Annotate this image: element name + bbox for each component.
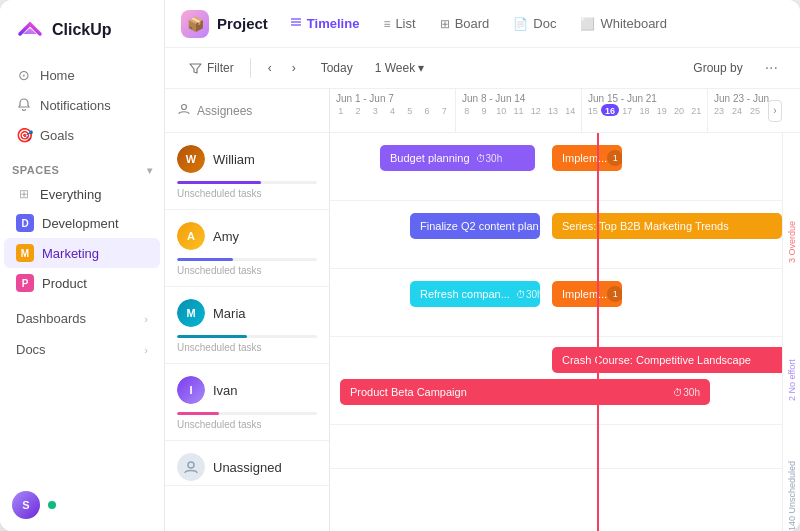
- maria-name: Maria: [213, 306, 246, 321]
- spaces-section-header: Spaces ▾: [0, 154, 164, 180]
- day-6: 6: [418, 104, 435, 116]
- next-arrow[interactable]: ›: [283, 57, 305, 79]
- bar-implement-maria[interactable]: Implem... 1: [552, 281, 622, 307]
- william-progress-container: [177, 181, 317, 184]
- gantt-timeline-header: Jun 1 - Jun 7 1 2 3 4 5 6 7: [330, 89, 800, 133]
- bar-refresh-company[interactable]: Refresh compan... ⏱30h: [410, 281, 540, 307]
- day-24: 24: [728, 104, 746, 116]
- gantt-row-ivan: Crash Course: Competitive Landscape Prod…: [330, 337, 800, 425]
- bar-implement-maria-label: Implem...: [562, 288, 607, 300]
- ivan-progress-bar: [177, 412, 219, 415]
- sidebar-item-dashboards[interactable]: Dashboards ›: [8, 304, 156, 333]
- bar-budget-planning[interactable]: Budget planning ⏱30h: [380, 145, 535, 171]
- sidebar-item-goals-label: Goals: [40, 128, 74, 143]
- toolbar-divider-1: [250, 58, 251, 78]
- project-icon: 📦: [181, 10, 209, 38]
- tab-list[interactable]: ≡ List: [373, 10, 425, 37]
- tab-board[interactable]: ⊞ Board: [430, 10, 500, 37]
- sidebar-item-notifications[interactable]: Notifications: [8, 90, 156, 120]
- dashboards-label: Dashboards: [16, 311, 86, 326]
- assignee-row-amy: A Amy Unscheduled tasks: [165, 210, 329, 287]
- amy-name: Amy: [213, 229, 239, 244]
- day-18: 18: [636, 104, 653, 116]
- assignee-row-maria: M Maria Unscheduled tasks: [165, 287, 329, 364]
- tab-board-label: Board: [455, 16, 490, 31]
- development-dot: D: [16, 214, 34, 232]
- day-19: 19: [653, 104, 670, 116]
- sidebar-item-goals[interactable]: 🎯 Goals: [8, 120, 156, 150]
- week1-label: Jun 1 - Jun 7: [330, 89, 455, 104]
- sidebar-item-docs[interactable]: Docs ›: [8, 335, 156, 364]
- bar-series-b2b-label: Series: Top B2B Marketing Trends: [562, 220, 729, 232]
- maria-unscheduled: Unscheduled tasks: [165, 340, 329, 363]
- ivan-progress-container: [177, 412, 317, 415]
- grid-icon: ⊞: [16, 186, 32, 202]
- day-25: 25: [746, 104, 764, 116]
- product-dot: P: [16, 274, 34, 292]
- maria-progress-bar: [177, 335, 247, 338]
- maria-progress-container: [177, 335, 317, 338]
- gantt-row-unassigned: [330, 425, 800, 469]
- app-container: ClickUp ⊙ Home Notifications 🎯 Goals: [0, 0, 800, 531]
- gantt-row-william: Budget planning ⏱30h Implem... 1: [330, 133, 800, 201]
- bar-product-beta-time: ⏱30h: [673, 387, 700, 398]
- gantt-scroll-right[interactable]: ›: [768, 100, 782, 122]
- bar-refresh-company-time: ⏱30h: [516, 289, 540, 300]
- bar-crash-course[interactable]: Crash Course: Competitive Landscape: [552, 347, 800, 373]
- bar-series-b2b[interactable]: Series: Top B2B Marketing Trends: [552, 213, 782, 239]
- more-options-button[interactable]: ···: [759, 56, 784, 80]
- day-17: 17: [619, 104, 636, 116]
- gantt-left-header: Assignees: [165, 89, 329, 133]
- filter-button[interactable]: Filter: [181, 57, 242, 79]
- william-avatar: W: [177, 145, 205, 173]
- amy-progress-container: [177, 258, 317, 261]
- group-by-button[interactable]: Group by: [685, 58, 750, 78]
- day-10: 10: [493, 104, 510, 116]
- gantt-rows-scroll[interactable]: Budget planning ⏱30h Implem... 1: [330, 133, 800, 531]
- day-13: 13: [544, 104, 561, 116]
- sidebar-item-development[interactable]: D Development: [4, 208, 160, 238]
- today-button[interactable]: Today: [313, 58, 361, 78]
- prev-arrow[interactable]: ‹: [259, 57, 281, 79]
- bar-finalize-q2-label: Finalize Q2 content plan: [420, 220, 539, 232]
- day-11: 11: [510, 104, 527, 116]
- tab-whiteboard[interactable]: ⬜ Whiteboard: [570, 10, 676, 37]
- unassigned-avatar: [177, 453, 205, 481]
- toolbar-right: Group by ···: [685, 56, 784, 80]
- ivan-unscheduled: Unscheduled tasks: [165, 417, 329, 440]
- day-12: 12: [527, 104, 544, 116]
- bar-product-beta[interactable]: Product Beta Campaign ⏱30h: [340, 379, 710, 405]
- project-title: Project: [217, 15, 268, 32]
- filter-label: Filter: [207, 61, 234, 75]
- week-label: 1 Week: [375, 61, 415, 75]
- sidebar-item-marketing[interactable]: M Marketing: [4, 238, 160, 268]
- bar-implement-william[interactable]: Implem... 1: [552, 145, 622, 171]
- sidebar-item-marketing-label: Marketing: [42, 246, 99, 261]
- docs-label: Docs: [16, 342, 46, 357]
- bar-refresh-company-label: Refresh compan...: [420, 288, 510, 300]
- spaces-chevron[interactable]: ▾: [147, 165, 153, 176]
- gantt-row-amy: Finalize Q2 content plan Series: Top B2B…: [330, 201, 800, 269]
- sidebar-item-development-label: Development: [42, 216, 119, 231]
- bar-budget-planning-label: Budget planning: [390, 152, 470, 164]
- unassigned-name: Unassigned: [213, 460, 282, 475]
- day-16-today: 16: [601, 104, 618, 116]
- whiteboard-icon: ⬜: [580, 17, 595, 31]
- user-avatar[interactable]: S: [12, 491, 40, 519]
- day-20: 20: [670, 104, 687, 116]
- assignees-label: Assignees: [197, 104, 252, 118]
- tab-doc[interactable]: 📄 Doc: [503, 10, 566, 37]
- sidebar-item-product[interactable]: P Product: [4, 268, 160, 298]
- week-selector[interactable]: 1 Week ▾: [369, 58, 430, 78]
- sidebar-item-everything[interactable]: ⊞ Everything: [4, 180, 160, 208]
- maria-avatar: M: [177, 299, 205, 327]
- marketing-dot: M: [16, 244, 34, 262]
- sidebar-item-home[interactable]: ⊙ Home: [8, 60, 156, 90]
- tab-timeline[interactable]: Timeline: [280, 10, 370, 37]
- bar-finalize-q2[interactable]: Finalize Q2 content plan: [410, 213, 540, 239]
- bar-crash-course-label: Crash Course: Competitive Landscape: [562, 354, 751, 366]
- doc-icon: 📄: [513, 17, 528, 31]
- tab-list-label: List: [395, 16, 415, 31]
- nav-arrows: ‹ ›: [259, 57, 305, 79]
- main-header: 📦 Project Timeline ≡ List ⊞ Board: [165, 0, 800, 48]
